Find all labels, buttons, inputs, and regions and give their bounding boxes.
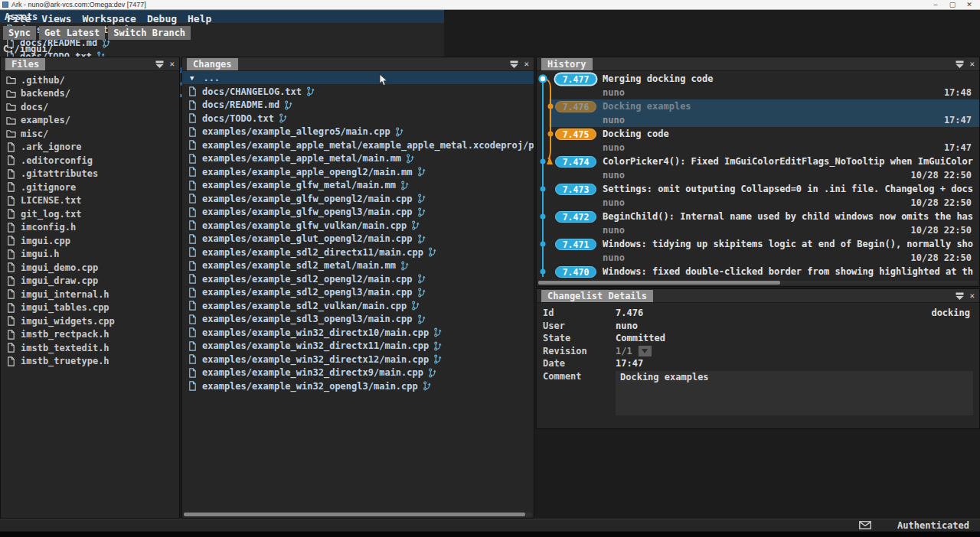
close-panel-icon[interactable]: ✕: [969, 291, 975, 301]
changelist-badge: 7.472: [555, 211, 596, 223]
file-tree-item[interactable]: imconfig.h: [1, 221, 179, 235]
changed-file-row[interactable]: examples/example_win32_directx10/main.cp…: [182, 326, 534, 340]
branch-icon: [406, 154, 415, 164]
changed-file-row[interactable]: examples/example_glfw_vulkan/main.cpp: [182, 219, 534, 233]
menu-views[interactable]: Views: [41, 13, 71, 24]
changed-file-row[interactable]: examples/example_allegro5/main.cpp: [182, 125, 534, 139]
changed-file-row[interactable]: examples/example_sdl2_directx11/main.cpp: [182, 246, 534, 259]
filter-icon[interactable]: [955, 60, 965, 69]
changed-file-row[interactable]: examples/example_sdl2_metal/main.mm: [182, 259, 534, 273]
file-tree-item[interactable]: .gitignore: [1, 181, 179, 194]
history-panel-header: History ✕: [537, 57, 979, 71]
changed-file-row[interactable]: examples/example_sdl2_vulkan/main.cpp: [182, 299, 534, 313]
file-tree-item[interactable]: imgui.h: [1, 248, 179, 262]
minimize-icon[interactable]: –: [931, 0, 940, 10]
close-panel-icon[interactable]: ✕: [969, 60, 975, 69]
changed-file-row[interactable]: docs/TODO.txt: [182, 112, 534, 125]
file-tree-item[interactable]: imgui_widgets.cpp: [1, 314, 179, 328]
sync-button[interactable]: Sync: [3, 26, 36, 40]
close-panel-icon[interactable]: ✕: [169, 60, 175, 69]
changelist-badge: 7.474: [555, 156, 596, 168]
branch-icon: [417, 167, 426, 177]
tab-history[interactable]: History: [541, 58, 593, 70]
changed-file-row[interactable]: docs/CHANGELOG.txt: [182, 85, 534, 99]
file-tree-item[interactable]: imgui_demo.cpp: [1, 261, 179, 275]
history-row[interactable]: 7.472BeginChild(): Internal name used by…: [537, 210, 979, 237]
file-tree-item[interactable]: imgui_internal.h: [1, 288, 179, 301]
changed-file-row[interactable]: examples/example_sdl2_opengl3/main.cpp: [182, 286, 534, 300]
revision-value: 1/1: [616, 346, 632, 356]
file-tree-item[interactable]: imgui_tables.cpp: [1, 301, 179, 315]
branch-icon: [417, 274, 426, 284]
file-tree-item[interactable]: .editorconfig: [1, 154, 179, 168]
branch-icon: [279, 113, 288, 123]
file-icon: [6, 169, 16, 179]
file-tree-item[interactable]: imstb_rectpack.h: [1, 328, 179, 342]
history-row[interactable]: 7.471Windows: tidying up skipitems logic…: [537, 237, 979, 265]
changed-file-row[interactable]: examples/example_win32_directx11/main.cp…: [182, 340, 534, 353]
changed-file-row[interactable]: examples/example_glfw_opengl2/main.cpp: [182, 192, 534, 206]
file-tree-item[interactable]: .gitattributes: [1, 168, 179, 181]
revision-dropdown[interactable]: [639, 346, 652, 356]
menu-file[interactable]: File: [7, 13, 31, 24]
changed-file-row[interactable]: examples/example_win32_directx9/main.cpp: [182, 366, 534, 380]
close-panel-icon[interactable]: ✕: [524, 60, 529, 69]
expander-icon[interactable]: ▼: [190, 74, 194, 82]
file-tree-item[interactable]: misc/: [1, 127, 179, 141]
changed-file-row[interactable]: examples/example_apple_metal/main.mm: [182, 152, 534, 166]
tab-changes[interactable]: Changes: [187, 58, 238, 70]
close-icon[interactable]: ✕: [965, 0, 974, 10]
changed-file-row[interactable]: docs/README.md: [182, 99, 534, 112]
comment-box[interactable]: Docking examples: [616, 371, 973, 415]
filter-icon[interactable]: [509, 60, 519, 69]
history-row[interactable]: 7.470Windows: fixed double-clicked borde…: [537, 265, 979, 282]
envelope-icon: [859, 521, 871, 529]
file-icon: [188, 140, 198, 150]
bottom-bar: [0, 532, 980, 537]
changed-file-row[interactable]: examples/example_apple_metal/example_app…: [182, 138, 534, 152]
history-row[interactable]: 7.473Settings: omit outputing Collapsed=…: [537, 182, 979, 210]
menu-help[interactable]: Help: [188, 13, 211, 24]
file-icon: [6, 289, 16, 299]
file-tree-item[interactable]: imstb_textedit.h: [1, 341, 179, 355]
changed-file-row[interactable]: examples/example_sdl2_opengl2/main.cpp: [182, 272, 534, 286]
filter-icon[interactable]: [955, 291, 965, 301]
changed-file-row[interactable]: examples/example_apple_opengl2/main.mm: [182, 165, 534, 179]
file-tree-item[interactable]: backends/: [1, 87, 179, 101]
changed-file-row[interactable]: examples/example_glut_opengl2/main.cpp: [182, 233, 534, 246]
menu-debug[interactable]: Debug: [147, 13, 177, 24]
file-tree-item[interactable]: imgui.cpp: [1, 234, 179, 248]
changed-file-row[interactable]: examples/example_sdl3_opengl3/main.cpp: [182, 313, 534, 327]
history-row-selected[interactable]: 7.476Docking examples nuno17:47: [537, 99, 979, 127]
history-row[interactable]: 7.475Docking code nuno17:47: [537, 127, 979, 155]
file-icon: [188, 100, 198, 110]
app-window: File Views Workspace Debug Help Sync Get…: [0, 10, 980, 537]
filter-icon[interactable]: [155, 60, 165, 69]
changes-hscrollbar[interactable]: [184, 513, 532, 516]
file-tree-item[interactable]: LICENSE.txt: [1, 194, 179, 208]
changed-file-row[interactable]: examples/example_glfw_metal/main.mm: [182, 179, 534, 193]
changed-file-row[interactable]: examples/example_win32_directx12/main.cp…: [182, 353, 534, 366]
file-tree-item[interactable]: docs/: [1, 100, 179, 114]
get-latest-button[interactable]: Get Latest: [39, 26, 105, 40]
branch-icon: [417, 194, 426, 203]
file-tree-item[interactable]: git_log.txt: [1, 207, 179, 221]
history-row[interactable]: 7.477Merging docking code nuno17:48: [537, 72, 979, 99]
file-icon: [188, 220, 198, 230]
menu-workspace[interactable]: Workspace: [82, 13, 136, 24]
changed-file-row[interactable]: examples/example_win32_opengl3/main.cpp: [182, 379, 534, 393]
history-row[interactable]: 7.474ColorPicker4(): Fixed ImGuiColorEdi…: [537, 155, 979, 182]
file-tree-item[interactable]: imgui_draw.cpp: [1, 275, 179, 288]
file-tree-item[interactable]: examples/: [1, 114, 179, 128]
file-tree-item[interactable]: .ark_ignore: [1, 141, 179, 155]
tab-changelist-details[interactable]: Changelist Details: [541, 290, 653, 302]
maximize-icon[interactable]: ▢: [948, 0, 957, 10]
file-tree-item[interactable]: .github/: [1, 73, 179, 87]
file-tree-item[interactable]: imstb_truetype.h: [1, 355, 179, 369]
changed-file-row[interactable]: examples/example_glfw_opengl3/main.cpp: [182, 206, 534, 220]
changelist-id-value: 7.476: [616, 308, 643, 318]
switch-branch-button[interactable]: Switch Branch: [108, 26, 191, 40]
tab-files[interactable]: Files: [5, 58, 45, 70]
branch-icon: [284, 100, 293, 110]
changes-root-row[interactable]: ▼ ...: [182, 71, 534, 84]
